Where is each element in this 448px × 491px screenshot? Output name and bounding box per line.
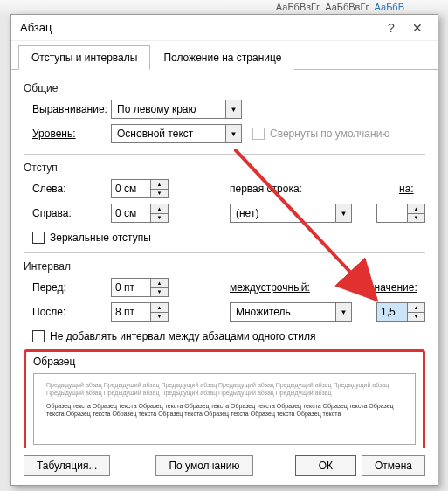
spin-down-icon[interactable]: ▼ (408, 313, 424, 322)
ok-button[interactable]: ОК (295, 455, 356, 476)
chevron-down-icon: ▼ (335, 204, 351, 222)
close-button[interactable]: ✕ (404, 17, 431, 39)
linespacing-label: междустрочный: (230, 281, 334, 294)
tab-page-position[interactable]: Положение на странице (150, 45, 294, 70)
group-spacing: Интервал (24, 260, 425, 273)
noadd-checkbox[interactable]: Не добавлять интервал между абзацами одн… (24, 330, 425, 342)
level-select[interactable]: Основной текст ▼ (111, 124, 242, 143)
spin-down-icon[interactable]: ▼ (151, 313, 168, 322)
after-input[interactable] (112, 303, 150, 321)
spin-down-icon[interactable]: ▼ (151, 190, 168, 198)
indent-left-spinner[interactable]: ▲▼ (111, 179, 169, 198)
collapse-checkbox: Свернуты по умолчанию (252, 128, 389, 140)
alignment-label: Выравнивание: (24, 103, 111, 115)
group-indent: Отступ (24, 162, 425, 174)
indent-right-label: Справа: (24, 207, 111, 219)
indent-right-spinner[interactable]: ▲▼ (111, 204, 169, 223)
by-label: на: (399, 183, 425, 195)
indent-left-input[interactable] (112, 180, 150, 197)
after-spinner[interactable]: ▲▼ (111, 302, 169, 322)
after-label: После: (24, 306, 111, 318)
tabs-button[interactable]: Табуляция... (24, 455, 110, 476)
spin-up-icon[interactable]: ▲ (408, 204, 424, 214)
defaults-button[interactable]: По умолчанию (155, 455, 252, 476)
dialog-body: Общие Выравнивание: По левому краю ▼ Уро… (11, 70, 438, 448)
ribbon-styles: АаБбВвГг АаБбВвГг АаБбВ (276, 2, 404, 12)
before-label: Перед: (24, 281, 111, 294)
titlebar: Абзац ? ✕ (11, 15, 438, 41)
chevron-down-icon: ▼ (335, 303, 351, 321)
spin-down-icon[interactable]: ▼ (151, 214, 168, 223)
chevron-down-icon: ▼ (225, 125, 241, 142)
spin-down-icon[interactable]: ▼ (408, 214, 424, 223)
dialog-title: Абзац (20, 21, 378, 34)
indent-left-label: Слева: (24, 183, 111, 195)
spin-up-icon[interactable]: ▲ (151, 303, 168, 313)
dialog-footer: Табуляция... По умолчанию ОК Отмена (11, 448, 438, 485)
tab-strip: Отступы и интервалы Положение на страниц… (11, 41, 438, 70)
linespacing-select[interactable]: Множитель ▼ (230, 302, 352, 322)
value-spinner[interactable]: ▲▼ (376, 302, 425, 322)
firstline-label: первая строка: (230, 183, 334, 195)
before-spinner[interactable]: ▲▼ (111, 278, 169, 297)
help-button[interactable]: ? (378, 17, 404, 39)
group-preview: Образец (33, 356, 416, 368)
group-general: Общие (24, 82, 425, 94)
spin-down-icon[interactable]: ▼ (151, 288, 168, 297)
spin-up-icon[interactable]: ▲ (408, 303, 424, 313)
preview-box: Предыдущий абзац Предыдущий абзац Предыд… (33, 373, 416, 445)
value-input[interactable] (377, 303, 407, 321)
spin-up-icon[interactable]: ▲ (151, 180, 168, 190)
level-label: Уровень: (24, 128, 111, 140)
spin-up-icon[interactable]: ▲ (151, 204, 168, 214)
by-spinner[interactable]: ▲▼ (376, 204, 425, 223)
firstline-select[interactable]: (нет) ▼ (230, 204, 352, 223)
cancel-button[interactable]: Отмена (362, 455, 425, 476)
paragraph-dialog: Абзац ? ✕ Отступы и интервалы Положение … (10, 14, 438, 486)
alignment-select[interactable]: По левому краю ▼ (111, 100, 242, 119)
tab-indents-spacing[interactable]: Отступы и интервалы (18, 45, 150, 70)
mirror-checkbox[interactable]: Зеркальные отступы (24, 232, 425, 244)
indent-right-input[interactable] (112, 204, 150, 222)
spin-up-icon[interactable]: ▲ (151, 279, 168, 288)
before-input[interactable] (112, 279, 150, 296)
value-label: значение: (369, 281, 425, 294)
chevron-down-icon: ▼ (225, 100, 241, 118)
by-input[interactable] (377, 204, 407, 222)
preview-highlight: Образец Предыдущий абзац Предыдущий абза… (24, 349, 425, 448)
